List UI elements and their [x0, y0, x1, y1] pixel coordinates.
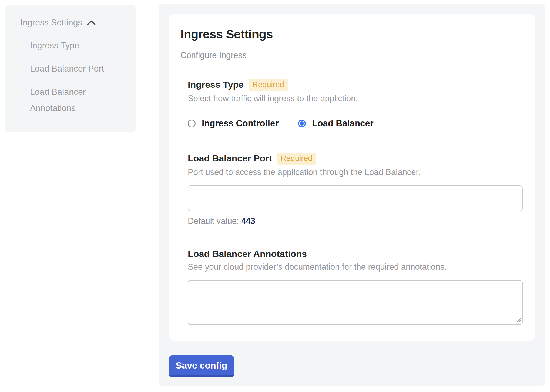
field-load-balancer-annotations: Load Balancer Annotations See your cloud… — [188, 248, 523, 325]
card-subtitle: Configure Ingress — [180, 50, 523, 60]
radio-load-balancer[interactable]: Load Balancer — [298, 118, 373, 129]
radio-selected-icon — [298, 120, 306, 127]
field-label-ingress-type: Ingress Type — [188, 79, 244, 90]
required-badge-ingress-type: Required — [249, 79, 288, 91]
radio-label-ingress-controller: Ingress Controller — [202, 118, 279, 129]
card-title: Ingress Settings — [180, 27, 523, 41]
field-ingress-type: Ingress Type Required Select how traffic… — [188, 78, 523, 129]
chevron-up-icon — [87, 20, 96, 26]
default-value-number: 443 — [241, 216, 255, 226]
radio-label-load-balancer: Load Balancer — [312, 118, 373, 129]
field-label-load-balancer-annotations: Load Balancer Annotations — [188, 248, 307, 259]
form-fields: Ingress Type Required Select how traffic… — [188, 78, 523, 325]
default-value-label: Default value: — [188, 216, 239, 226]
sidebar-item-load-balancer-annotations[interactable]: Load Balancer Annotations — [30, 84, 116, 116]
sidebar-section-toggle[interactable]: Ingress Settings — [20, 18, 136, 28]
save-config-button[interactable]: Save config — [169, 355, 234, 377]
main-panel: Ingress Settings Configure Ingress Ingre… — [159, 4, 545, 386]
resize-handle-icon[interactable] — [515, 316, 522, 324]
ingress-settings-card: Ingress Settings Configure Ingress Ingre… — [169, 14, 535, 341]
sidebar-section-title: Ingress Settings — [20, 18, 82, 28]
sidebar-nav: Ingress Settings Ingress Type Load Balan… — [5, 5, 136, 132]
load-balancer-annotations-textarea[interactable] — [188, 280, 523, 325]
sidebar-item-ingress-type[interactable]: Ingress Type — [30, 37, 116, 53]
ingress-type-radio-group: Ingress Controller Load Balancer — [188, 118, 523, 129]
default-value-hint: Default value: 443 — [188, 216, 523, 226]
field-label-load-balancer-port: Load Balancer Port — [188, 153, 272, 164]
sidebar-item-load-balancer-port[interactable]: Load Balancer Port — [30, 60, 116, 77]
radio-ingress-controller[interactable]: Ingress Controller — [188, 118, 279, 129]
radio-unselected-icon — [188, 120, 196, 127]
load-balancer-port-input[interactable] — [188, 185, 523, 211]
page: Ingress Settings Ingress Type Load Balan… — [0, 0, 550, 392]
field-description-load-balancer-port: Port used to access the application thro… — [188, 167, 523, 177]
field-description-load-balancer-annotations: See your cloud provider’s documentation … — [188, 262, 523, 272]
sidebar-items: Ingress Type Load Balancer Port Load Bal… — [20, 37, 136, 116]
required-badge-load-balancer-port: Required — [277, 153, 316, 165]
field-load-balancer-port: Load Balancer Port Required Port used to… — [188, 152, 523, 226]
field-description-ingress-type: Select how traffic will ingress to the a… — [188, 93, 523, 104]
